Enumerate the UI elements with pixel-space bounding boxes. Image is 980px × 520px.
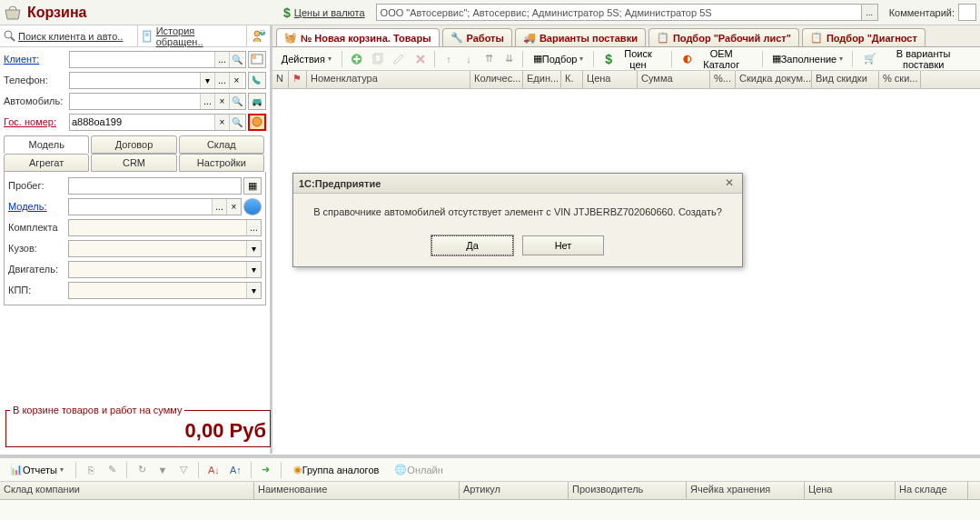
tab-varianty[interactable]: 🚚Варианты поставки xyxy=(515,28,646,46)
client-label[interactable]: Клиент: xyxy=(4,54,69,65)
client-input[interactable]: ...🔍 xyxy=(69,51,246,68)
comment-input[interactable] xyxy=(958,4,976,21)
ellipsis-button[interactable]: ... xyxy=(246,220,261,235)
search-mini-button[interactable]: 🔍 xyxy=(229,52,243,67)
mileage-grid-button[interactable]: ▦ xyxy=(243,177,262,195)
bb-filter-button[interactable]: ▼ xyxy=(153,461,172,479)
body-input[interactable]: ▾ xyxy=(68,240,262,257)
sort-desc-button[interactable]: ⇊ xyxy=(500,50,518,68)
sort-az-button[interactable]: A↓ xyxy=(204,461,223,479)
actions-button[interactable]: Действия xyxy=(276,50,337,68)
ellipsis-button[interactable]: ... xyxy=(214,73,229,88)
dialog-titlebar[interactable]: 1С:Предприятие ✕ xyxy=(293,174,742,194)
col-discount-type[interactable]: Вид скидки xyxy=(812,71,879,88)
tab-tovary[interactable]: 🧺№ Новая корзина. Товары xyxy=(276,28,440,46)
col-stock[interactable]: На складе xyxy=(896,482,968,499)
delete-button[interactable] xyxy=(411,50,430,68)
col-flag[interactable]: ⚑ xyxy=(289,71,307,88)
phone-input[interactable]: ▾...× xyxy=(69,72,246,89)
clear-button[interactable]: × xyxy=(229,73,243,88)
oem-catalog-button[interactable]: ◐OEM Каталог xyxy=(677,50,757,68)
col-qty[interactable]: Количес... xyxy=(470,71,523,88)
tab-contract[interactable]: Договор xyxy=(91,135,176,154)
bb-copy-button[interactable]: ⎘ xyxy=(82,461,100,479)
tab-crm[interactable]: CRM xyxy=(91,154,176,172)
col-n[interactable]: N xyxy=(272,71,289,88)
bb-edit-button[interactable]: ✎ xyxy=(103,461,121,479)
search-mini-button[interactable]: 🔍 xyxy=(229,115,243,130)
yes-button[interactable]: Да xyxy=(431,235,513,255)
clear-button[interactable]: × xyxy=(214,94,229,109)
ellipsis-button[interactable]: ... xyxy=(214,52,229,67)
call-button[interactable] xyxy=(248,72,266,89)
bb-refresh-button[interactable]: ↻ xyxy=(133,461,151,479)
no-button[interactable]: Нет xyxy=(522,235,604,255)
dropdown-button[interactable]: ▾ xyxy=(200,73,214,88)
grid-body[interactable] xyxy=(272,89,980,454)
col-price[interactable]: Цена xyxy=(583,71,638,88)
ellipsis-button[interactable]: ... xyxy=(212,199,226,215)
sort-asc-button[interactable]: ⇈ xyxy=(480,50,498,68)
col-warehouse[interactable]: Склад компании xyxy=(0,482,254,499)
col-discount-doc[interactable]: Скидка докум... xyxy=(736,71,812,88)
tab-podbor-worksheet[interactable]: 📋Подбор "Рабочий лист" xyxy=(648,28,799,46)
fill-button[interactable]: ▦ Заполнение xyxy=(767,50,847,68)
search-mini-button[interactable]: 🔍 xyxy=(229,94,243,109)
auto-input[interactable]: ...×🔍 xyxy=(69,93,246,110)
search-prices-button[interactable]: $Поиск цен xyxy=(599,50,667,68)
col-k[interactable]: К. xyxy=(561,71,583,88)
complect-input[interactable]: ... xyxy=(68,219,262,236)
model-label[interactable]: Модель: xyxy=(8,201,68,212)
col-price2[interactable]: Цена xyxy=(805,482,896,499)
add-user-button[interactable]: + xyxy=(246,25,270,46)
copy-button[interactable] xyxy=(368,50,387,68)
mileage-input[interactable] xyxy=(68,177,242,195)
globe-button[interactable] xyxy=(243,198,262,215)
search-client-button[interactable]: Поиск клиента и авто.. xyxy=(0,25,137,46)
sort-za-button[interactable]: A↑ xyxy=(226,461,245,479)
online-button[interactable]: 🌐Онлайн xyxy=(388,461,449,479)
tab-podbor-diagnost[interactable]: 📋Подбор "Диагност xyxy=(802,28,926,46)
model-input[interactable]: ...× xyxy=(68,198,242,215)
close-icon[interactable]: ✕ xyxy=(722,176,737,191)
client-card-button[interactable] xyxy=(248,51,266,68)
gosnomer-action-button[interactable] xyxy=(248,114,266,131)
org-input[interactable] xyxy=(376,4,862,21)
edit-button[interactable] xyxy=(389,50,408,68)
history-button[interactable]: История обращен.. xyxy=(137,25,246,46)
add-button[interactable] xyxy=(347,50,366,68)
col-pct[interactable]: %... xyxy=(710,71,736,88)
reports-button[interactable]: 📊 Отчеты xyxy=(4,461,70,479)
col-name[interactable]: Наименование xyxy=(254,482,460,499)
ellipsis-button[interactable]: ... xyxy=(200,94,214,109)
clear-button[interactable]: × xyxy=(214,115,229,130)
col-sum[interactable]: Сумма xyxy=(638,71,710,88)
group-analogs-button[interactable]: ◉Группа аналогов xyxy=(287,461,386,479)
gosnomer-input[interactable]: ×🔍 xyxy=(69,114,246,131)
move-down-button[interactable]: ↓ xyxy=(460,50,478,68)
tab-aggregate[interactable]: Агрегат xyxy=(4,154,89,172)
prices-currency[interactable]: $ Цены и валюта xyxy=(283,5,365,20)
dropdown-button[interactable]: ▾ xyxy=(246,283,261,298)
tab-settings[interactable]: Настройки xyxy=(179,154,264,172)
col-unit[interactable]: Един... xyxy=(523,71,561,88)
move-up-button[interactable]: ↑ xyxy=(440,50,458,68)
tab-model[interactable]: Модель xyxy=(4,135,89,154)
col-discount-pct[interactable]: % ски... xyxy=(879,71,921,88)
col-manufacturer[interactable]: Производитель xyxy=(569,482,687,499)
tab-raboty[interactable]: 🔧Работы xyxy=(442,28,512,46)
col-nomenclature[interactable]: Номенклатура xyxy=(307,71,470,88)
tab-warehouse[interactable]: Склад xyxy=(179,135,264,154)
clear-button[interactable]: × xyxy=(226,199,241,215)
podbor-button[interactable]: ▦ Подбор xyxy=(528,50,589,68)
bb-clear-filter-button[interactable]: ▽ xyxy=(174,461,193,479)
car-button[interactable] xyxy=(248,93,266,110)
dropdown-button[interactable]: ▾ xyxy=(246,241,261,256)
bb-move-button[interactable]: ➜ xyxy=(257,461,275,479)
kpp-input[interactable]: ▾ xyxy=(68,282,262,299)
gosnomer-label[interactable]: Гос. номер: xyxy=(4,116,69,127)
org-select-button[interactable]: ... xyxy=(862,4,878,21)
to-variants-button[interactable]: 🛒 В варианты поставки xyxy=(857,50,976,68)
dropdown-button[interactable]: ▾ xyxy=(246,262,261,277)
engine-input[interactable]: ▾ xyxy=(68,261,262,278)
